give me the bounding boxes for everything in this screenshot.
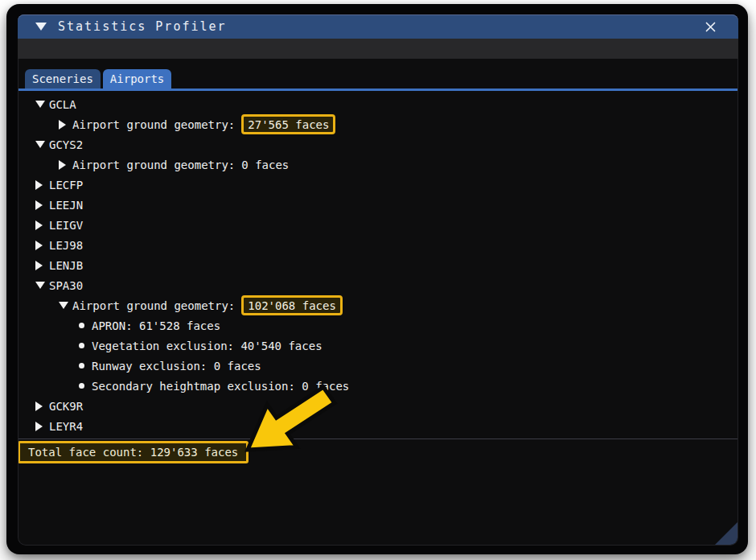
- face-count-highlight: 102'068 faces: [241, 295, 343, 315]
- tree-row-icon-cell: [35, 422, 49, 431]
- bullet-icon: [79, 383, 84, 389]
- tree-row-icon-cell: [35, 180, 49, 190]
- expanded-arrow-icon[interactable]: [35, 101, 45, 108]
- tree-row[interactable]: Airport ground geometry:0 faces: [18, 154, 738, 175]
- window-title: Statistics Profiler: [58, 19, 227, 34]
- tree-row-label: LENJB: [49, 259, 83, 272]
- collapse-window-icon[interactable]: [35, 23, 47, 31]
- bullet-icon: [79, 343, 84, 348]
- tree-row-icon-cell: [59, 120, 72, 130]
- divider: [18, 439, 738, 439]
- tree-row[interactable]: GCK9R: [18, 396, 738, 416]
- window-body: SceneriesAirports GCLAAirport ground geo…: [18, 59, 738, 546]
- close-icon[interactable]: [704, 20, 717, 34]
- tree-row-icon-cell: [35, 261, 49, 270]
- expanded-arrow-icon[interactable]: [35, 282, 45, 289]
- airports-tree: GCLAAirport ground geometry:27'565 faces…: [18, 91, 738, 439]
- collapsed-arrow-icon[interactable]: [35, 241, 43, 250]
- tree-row[interactable]: GCYS2: [18, 134, 738, 154]
- tree-row-label: Vegetation exclusion: 40'540 faces: [92, 340, 323, 352]
- tree-row-label: LEEJN: [49, 199, 83, 212]
- tree-row[interactable]: LEIGV: [18, 215, 738, 235]
- collapsed-arrow-icon[interactable]: [35, 180, 43, 190]
- resize-grip-icon[interactable]: [715, 522, 738, 545]
- collapsed-arrow-icon[interactable]: [35, 261, 43, 270]
- tree-row-icon-cell: [59, 302, 72, 309]
- collapsed-arrow-icon[interactable]: [35, 422, 43, 431]
- tree-row[interactable]: Runway exclusion: 0 faces: [18, 356, 738, 376]
- tree-row[interactable]: LEYR4: [18, 416, 738, 436]
- window-frame: Statistics Profiler SceneriesAirports GC…: [18, 14, 738, 546]
- tree-row-icon-cell: [35, 241, 49, 250]
- statistics-profiler-window: Statistics Profiler SceneriesAirports GC…: [6, 4, 748, 554]
- tree-row-icon-cell: [35, 220, 49, 230]
- tree-row-icon-cell: [59, 160, 72, 170]
- tree-row-label: SPA30: [49, 279, 83, 292]
- tree-row-label: Airport ground geometry:: [72, 159, 235, 171]
- tree-row-icon-cell: [35, 282, 49, 289]
- tree-row[interactable]: Secondary heightmap exclusion: 0 faces: [18, 376, 738, 396]
- tree-row[interactable]: SPA30: [18, 275, 738, 295]
- tree-row-label: APRON: 61'528 faces: [92, 319, 220, 332]
- bullet-icon: [79, 323, 84, 328]
- collapsed-arrow-icon[interactable]: [35, 401, 43, 411]
- tree-row[interactable]: Vegetation exclusion: 40'540 faces: [18, 336, 738, 356]
- tree-row[interactable]: LEJ98: [18, 235, 738, 255]
- tab-bar: SceneriesAirports: [25, 69, 171, 89]
- window-titlebar[interactable]: Statistics Profiler: [18, 14, 738, 39]
- collapsed-arrow-icon[interactable]: [35, 220, 43, 230]
- tree-row-label: GCYS2: [49, 138, 83, 151]
- collapsed-arrow-icon[interactable]: [59, 160, 66, 170]
- face-count-value: 0 faces: [241, 159, 289, 171]
- page: Statistics Profiler SceneriesAirports GC…: [0, 0, 756, 560]
- tree-row-icon-cell: [78, 343, 92, 348]
- tree-row[interactable]: Airport ground geometry:27'565 faces: [18, 114, 738, 134]
- annotation-arrow-icon: [225, 366, 346, 463]
- tree-row-icon-cell: [35, 101, 49, 108]
- tree-row-label: Airport ground geometry:: [72, 118, 235, 131]
- tree-row-label: LEIGV: [49, 219, 83, 232]
- collapsed-arrow-icon[interactable]: [59, 120, 66, 130]
- tree-row-icon-cell: [35, 401, 49, 411]
- tree-row-label: Airport ground geometry:: [72, 299, 235, 312]
- tree-row-icon-cell: [78, 363, 92, 369]
- tree-row-label: LEJ98: [49, 239, 83, 252]
- expanded-arrow-icon[interactable]: [35, 141, 45, 148]
- bullet-icon: [79, 363, 84, 369]
- tree-row-label: GCK9R: [49, 400, 83, 413]
- tree-row[interactable]: GCLA: [18, 94, 738, 114]
- tree-row-icon-cell: [78, 323, 92, 328]
- tree-row[interactable]: LECFP: [18, 175, 738, 195]
- tree-row-label: LECFP: [49, 179, 83, 191]
- tab-airports[interactable]: Airports: [103, 69, 171, 89]
- tree-row-label: LEYR4: [49, 420, 83, 433]
- total-face-count-box: Total face count: 129'633 faces: [18, 441, 249, 463]
- tree-row-icon-cell: [35, 141, 49, 148]
- tree-row-label: GCLA: [49, 98, 76, 111]
- tree-row[interactable]: LEEJN: [18, 195, 738, 215]
- tree-row-icon-cell: [35, 200, 49, 210]
- tree-row[interactable]: Airport ground geometry:102'068 faces: [18, 295, 738, 315]
- tab-sceneries[interactable]: Sceneries: [25, 69, 101, 89]
- total-face-count-text: Total face count: 129'633 faces: [28, 446, 238, 459]
- collapsed-arrow-icon[interactable]: [35, 200, 43, 210]
- face-count-highlight: 27'565 faces: [241, 114, 335, 134]
- tree-row[interactable]: LENJB: [18, 255, 738, 275]
- expanded-arrow-icon[interactable]: [59, 302, 68, 309]
- tree-row-icon-cell: [78, 383, 92, 389]
- tree-row[interactable]: APRON: 61'528 faces: [18, 315, 738, 336]
- titlebar-substrip: [18, 39, 738, 59]
